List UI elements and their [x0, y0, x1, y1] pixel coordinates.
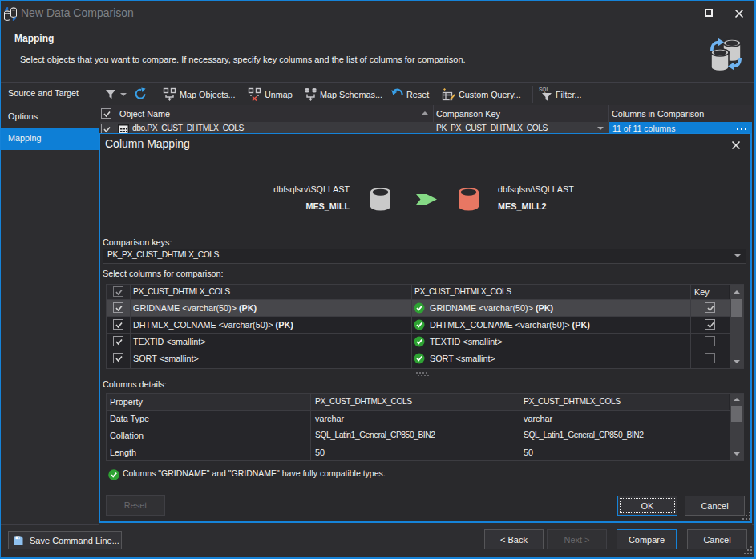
svg-text:SQL: SQL [539, 87, 549, 93]
